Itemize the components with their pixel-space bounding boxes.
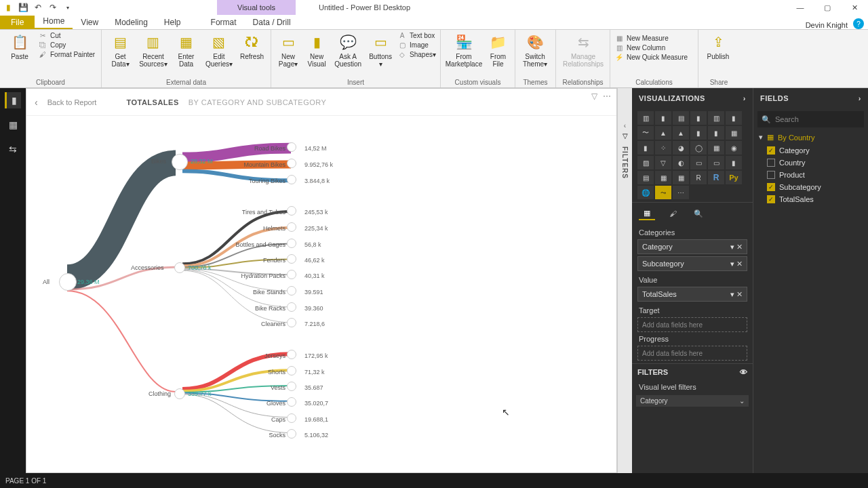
qat-dropdown-icon[interactable]: ▾ <box>62 2 73 13</box>
filters-eye-icon[interactable]: 👁 <box>740 368 747 376</box>
node-leaf[interactable] <box>287 239 296 248</box>
node-accessories[interactable] <box>174 262 185 273</box>
buttons-button[interactable]: ▭Buttons ▾ <box>366 31 395 69</box>
node-leaf[interactable] <box>287 222 296 232</box>
field-row-totalsales[interactable]: ✓TotalSales <box>753 193 868 205</box>
node-leaf[interactable] <box>287 159 296 168</box>
report-view-icon[interactable]: ▮ <box>5 92 21 108</box>
save-icon[interactable]: 💾 <box>18 2 28 13</box>
node-leaf[interactable] <box>287 318 296 327</box>
viz-more[interactable]: ⋯ <box>673 186 689 199</box>
format-painter-button[interactable]: 🖌Format Painter <box>38 50 95 60</box>
viz-treemap[interactable]: ▦ <box>708 141 724 155</box>
tab-format[interactable]: Format <box>203 16 245 29</box>
refresh-button[interactable]: 🗘Refresh <box>237 31 267 62</box>
node-leaf[interactable] <box>287 382 296 391</box>
tab-file[interactable]: File <box>0 16 35 29</box>
remove-category-icon[interactable]: ✕ <box>736 243 743 251</box>
node-leaf[interactable] <box>287 206 296 216</box>
node-leaf[interactable] <box>287 270 296 279</box>
tab-data-drill[interactable]: Data / Drill <box>245 16 299 29</box>
model-view-icon[interactable]: ⇆ <box>5 141 21 157</box>
analytics-well-tab[interactable]: 🔍 <box>690 207 707 220</box>
node-leaf[interactable] <box>287 286 296 296</box>
viz-table[interactable]: ▦ <box>655 171 671 184</box>
viz-stacked-area[interactable]: ▲ <box>673 126 689 140</box>
field-row-country[interactable]: Country <box>753 157 868 169</box>
checkbox-icon[interactable] <box>767 171 775 179</box>
viz-scatter[interactable]: ⁘ <box>655 141 671 155</box>
new-visual-button[interactable]: ▮New Visual <box>304 31 330 69</box>
back-to-report-link[interactable]: Back to Report <box>47 98 97 106</box>
switch-theme-button[interactable]: 🎨Switch Theme▾ <box>519 31 551 69</box>
subcategory-field-pill[interactable]: Subcategory▾ ✕ <box>637 256 747 271</box>
viz-ribbon[interactable]: ▦ <box>726 126 742 140</box>
fields-well-tab[interactable]: ▦ <box>639 207 655 220</box>
sankey-chart[interactable]: All 29,36 M Bikes 28,32 M Accessories 70… <box>26 116 616 472</box>
viz-clustered-bar[interactable]: ▤ <box>673 111 689 125</box>
viz-card[interactable]: ▭ <box>690 156 707 169</box>
viz-matrix[interactable]: ▦ <box>673 171 689 184</box>
new-quick-measure-button[interactable]: ⚡New Quick Measure <box>614 53 688 62</box>
new-page-button[interactable]: ▭New Page▾ <box>275 31 301 69</box>
enter-data-button[interactable]: ▦Enter Data <box>172 31 201 69</box>
fields-search-input[interactable]: 🔍Search <box>757 111 864 127</box>
node-clothing[interactable] <box>174 388 185 399</box>
paste-button[interactable]: 📋Paste <box>4 31 35 62</box>
collapse-viz-icon[interactable]: › <box>743 94 746 102</box>
checkbox-icon[interactable] <box>767 159 775 167</box>
viz-filled-map[interactable]: ▨ <box>637 156 654 169</box>
publish-button[interactable]: ⇪Publish <box>703 31 734 62</box>
from-marketplace-button[interactable]: 🏪From Marketplace <box>445 31 483 69</box>
node-leaf[interactable] <box>287 413 296 423</box>
remove-subcategory-icon[interactable]: ✕ <box>736 260 743 268</box>
viz-line[interactable]: 〜 <box>637 126 654 140</box>
tab-view[interactable]: View <box>73 16 106 29</box>
new-column-button[interactable]: ▥New Column <box>614 43 688 53</box>
back-chevron-icon[interactable]: ‹ <box>35 97 38 108</box>
tab-modeling[interactable]: Modeling <box>106 16 156 29</box>
category-field-pill[interactable]: Category▾ ✕ <box>637 239 747 254</box>
viz-map[interactable]: ◉ <box>726 141 742 155</box>
more-options-icon[interactable]: ⋯ <box>603 92 611 101</box>
node-leaf[interactable] <box>287 397 296 407</box>
field-row-category[interactable]: ✓Category <box>753 144 868 157</box>
node-leaf[interactable] <box>287 429 296 439</box>
maximize-button[interactable]: ▢ <box>814 0 841 15</box>
viz-gauge[interactable]: ◐ <box>673 156 689 169</box>
copy-button[interactable]: ⿻Copy <box>38 41 95 50</box>
table-by-country[interactable]: ▾▦By Country <box>753 130 868 144</box>
redo-icon[interactable]: ↷ <box>47 2 58 13</box>
recent-sources-button[interactable]: ▥Recent Sources▾ <box>138 31 169 69</box>
new-measure-button[interactable]: ▦New Measure <box>614 34 688 43</box>
viz-100-column[interactable]: ▮ <box>726 111 742 125</box>
checkbox-icon[interactable]: ✓ <box>767 183 775 191</box>
viz-area[interactable]: ▲ <box>655 126 671 140</box>
filter-category[interactable]: Category⌄ <box>636 395 749 407</box>
viz-waterfall[interactable]: ▮ <box>637 141 654 155</box>
close-button[interactable]: ✕ <box>841 0 868 15</box>
cut-button[interactable]: ✂Cut <box>38 31 95 41</box>
collapse-fields-icon[interactable]: › <box>859 94 861 102</box>
text-box-button[interactable]: AText box <box>397 31 436 41</box>
viz-funnel[interactable]: ▽ <box>655 156 671 169</box>
viz-100-bar[interactable]: ▥ <box>708 111 724 125</box>
data-view-icon[interactable]: ▦ <box>5 117 21 133</box>
viz-globe[interactable]: 🌐 <box>637 186 654 199</box>
tab-home[interactable]: Home <box>35 14 73 29</box>
viz-donut[interactable]: ◯ <box>690 141 707 155</box>
viz-multi-card[interactable]: ▭ <box>708 156 724 169</box>
expand-filters-icon[interactable]: ‹ <box>624 122 626 129</box>
viz-line-column[interactable]: ▮ <box>690 126 707 140</box>
get-data-button[interactable]: ▤Get Data▾ <box>106 31 135 69</box>
shapes-button[interactable]: ◇Shapes▾ <box>397 50 436 60</box>
edit-queries-button[interactable]: ▧Edit Queries▾ <box>203 31 235 69</box>
viz-r2[interactable]: R <box>708 171 724 184</box>
viz-pie[interactable]: ◕ <box>673 141 689 155</box>
viz-line-column2[interactable]: ▮ <box>708 126 724 140</box>
node-bikes[interactable] <box>172 154 188 170</box>
field-row-product[interactable]: Product <box>753 169 868 181</box>
help-icon[interactable]: ? <box>853 18 864 29</box>
undo-icon[interactable]: ↶ <box>33 2 43 13</box>
node-leaf[interactable] <box>287 366 296 375</box>
